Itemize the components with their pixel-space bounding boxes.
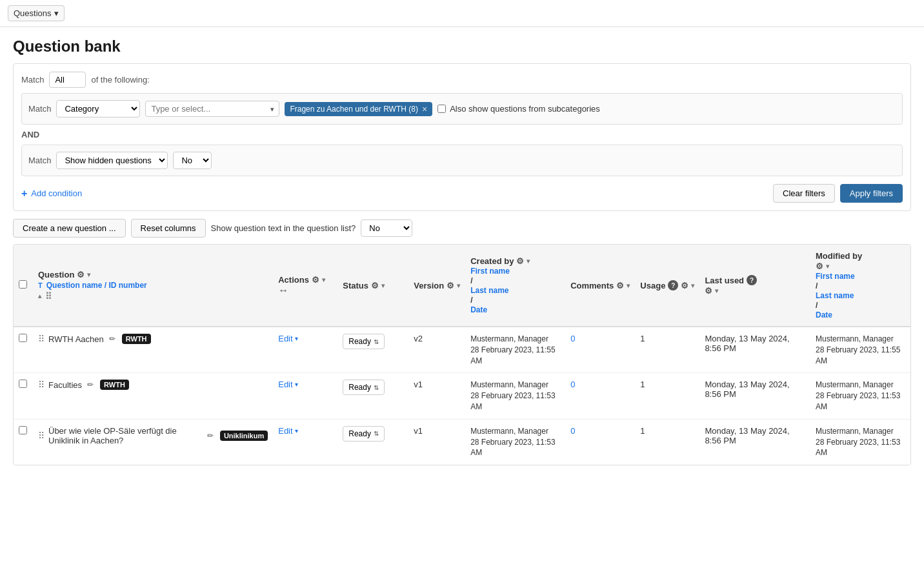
th-created-gear-icon[interactable]: ⚙: [516, 256, 524, 266]
row-status-button[interactable]: Ready ⇅: [343, 334, 385, 349]
th-modified-date-link[interactable]: Date: [816, 310, 905, 320]
row-comments-link[interactable]: 0: [570, 380, 575, 389]
th-status-sort-icon[interactable]: ▾: [381, 282, 385, 289]
th-comments-sort-icon[interactable]: ▾: [627, 282, 630, 289]
row-status-button[interactable]: Ready ⇅: [343, 426, 385, 442]
th-actions-resize-icon[interactable]: ↔: [278, 285, 288, 296]
row-edit-link[interactable]: Edit ▾: [278, 426, 297, 436]
row-modified-by-name: Mustermann, Manager: [816, 426, 905, 437]
row-checkbox[interactable]: [19, 426, 27, 434]
show-question-text-select[interactable]: No Yes: [361, 219, 412, 237]
th-created-firstname-link[interactable]: First name: [470, 267, 560, 276]
th-status-gear-icon[interactable]: ⚙: [371, 281, 379, 290]
th-created-date-link[interactable]: Date: [470, 305, 560, 314]
row-comments-cell: 0: [565, 419, 635, 465]
create-question-button[interactable]: Create a new question ...: [13, 219, 126, 238]
th-version-label: Version: [414, 281, 444, 290]
th-question-name-link[interactable]: Question name / ID number: [46, 281, 147, 290]
th-type-icon: T: [38, 281, 43, 289]
apply-filters-button[interactable]: Apply filters: [840, 184, 903, 203]
row-modified-date: 28 February 2023, 11:53 AM: [816, 437, 905, 459]
type-select-container[interactable]: ▾: [145, 101, 279, 117]
row-checkbox[interactable]: [19, 380, 27, 388]
th-last-used-gear-icon[interactable]: ⚙: [705, 286, 712, 296]
th-modified-by-label: Modified by: [816, 251, 862, 261]
row-modified-date: 28 February 2023, 11:55 AM: [816, 345, 905, 367]
th-question-sort-icon[interactable]: ▾: [87, 271, 90, 278]
row-actions-cell: Edit ▾: [273, 419, 337, 465]
row-pencil-icon[interactable]: ✏: [207, 431, 214, 440]
row-status-button[interactable]: Ready ⇅: [343, 380, 385, 395]
th-last-used-help-icon[interactable]: ?: [747, 275, 757, 285]
row-drag-icon[interactable]: ⠿: [38, 380, 45, 390]
subcategory-checkbox[interactable]: [437, 105, 446, 113]
th-question-gear-icon[interactable]: ⚙: [77, 270, 85, 279]
th-modified-lastname-link[interactable]: Last name: [816, 291, 905, 300]
select-all-checkbox[interactable]: [19, 280, 27, 289]
th-status: Status ⚙ ▾: [337, 245, 408, 327]
row-drag-icon[interactable]: ⠿: [38, 334, 45, 344]
th-actions-sort-icon[interactable]: ▾: [322, 276, 325, 283]
subcategory-check[interactable]: Also show questions from subcategories: [437, 104, 600, 114]
th-last-used-sort-icon[interactable]: ▾: [715, 287, 718, 294]
filter-match-label-2: Match: [28, 156, 51, 165]
row-version: v1: [414, 380, 423, 389]
th-version-sort-icon[interactable]: ▾: [457, 282, 460, 289]
th-created-by: Created by ⚙ ▾ First name / Last name / …: [465, 245, 565, 327]
category-select[interactable]: Category: [56, 100, 140, 117]
row-last-used-cell: Monday, 13 May 2024, 8:56 PM: [699, 419, 810, 465]
th-question-up-icon[interactable]: ▴: [38, 292, 41, 300]
th-created-sort-icon[interactable]: ▾: [527, 258, 530, 265]
all-select-container[interactable]: All Any: [49, 72, 86, 88]
questions-dropdown-arrow: ▾: [54, 8, 59, 18]
add-condition-btn[interactable]: + Add condition: [21, 188, 82, 199]
th-created-by-label: Created by: [470, 256, 514, 266]
th-modified-gear-icon[interactable]: ⚙: [816, 261, 823, 271]
row-version-cell: v1: [408, 373, 465, 419]
row-comments-link[interactable]: 0: [570, 426, 575, 436]
show-question-text-label: Show question text in the question list?: [211, 223, 356, 233]
row-version-cell: v2: [408, 327, 465, 373]
hidden-questions-select[interactable]: Show hidden questions Show all questions: [56, 152, 168, 169]
th-question-drag-icon[interactable]: ⠿: [45, 291, 52, 301]
th-comments-gear-icon[interactable]: ⚙: [616, 281, 624, 290]
clear-filters-button[interactable]: Clear filters: [773, 184, 835, 203]
row-last-used-cell: Monday, 13 May 2024, 8:56 PM: [699, 373, 810, 419]
th-created-lastname-link[interactable]: Last name: [470, 286, 560, 295]
th-usage-gear-icon[interactable]: ⚙: [681, 281, 688, 290]
match-all-label: Match: [21, 75, 44, 85]
following-text: of the following:: [91, 75, 149, 85]
all-select[interactable]: All Any: [49, 72, 86, 88]
th-usage-sort-icon[interactable]: ▾: [691, 282, 694, 289]
row-comments-link[interactable]: 0: [570, 334, 575, 343]
th-modified-sort-icon[interactable]: ▾: [826, 263, 829, 270]
row-last-used: Monday, 13 May 2024, 8:56 PM: [705, 380, 789, 399]
reset-columns-button[interactable]: Reset columns: [131, 219, 206, 238]
filter-tag-remove[interactable]: ×: [422, 105, 427, 114]
questions-dropdown[interactable]: Questions ▾: [8, 5, 65, 21]
row-usage: 1: [640, 380, 645, 389]
row-usage: 1: [640, 334, 645, 343]
row-drag-icon[interactable]: ⠿: [38, 431, 45, 441]
row-status-cell: Ready ⇅: [337, 327, 408, 373]
row-version: v1: [414, 426, 423, 436]
row-edit-arrow-icon: ▾: [295, 427, 298, 434]
row-created-cell: Mustermann, Manager 28 February 2023, 11…: [465, 373, 565, 419]
th-usage-help-icon[interactable]: ?: [668, 280, 678, 290]
row-checkbox[interactable]: [19, 334, 27, 342]
row-version: v2: [414, 334, 423, 343]
subcategory-label: Also show questions from subcategories: [450, 104, 600, 114]
row-last-used: Monday, 13 May 2024, 8:56 PM: [705, 334, 789, 353]
row-checkbox-cell: [14, 373, 33, 419]
add-condition-label: Add condition: [31, 188, 82, 198]
hidden-no-select[interactable]: No Yes: [173, 152, 212, 169]
row-pencil-icon[interactable]: ✏: [109, 334, 115, 343]
row-edit-link[interactable]: Edit ▾: [278, 380, 297, 389]
th-actions: Actions ⚙ ▾ ↔: [273, 245, 337, 327]
th-modified-firstname-link[interactable]: First name: [816, 272, 905, 281]
th-actions-gear-icon[interactable]: ⚙: [312, 275, 319, 285]
type-select-input[interactable]: [145, 101, 279, 117]
th-version-gear-icon[interactable]: ⚙: [447, 281, 454, 290]
row-edit-link[interactable]: Edit ▾: [278, 334, 297, 343]
row-pencil-icon[interactable]: ✏: [87, 380, 94, 389]
